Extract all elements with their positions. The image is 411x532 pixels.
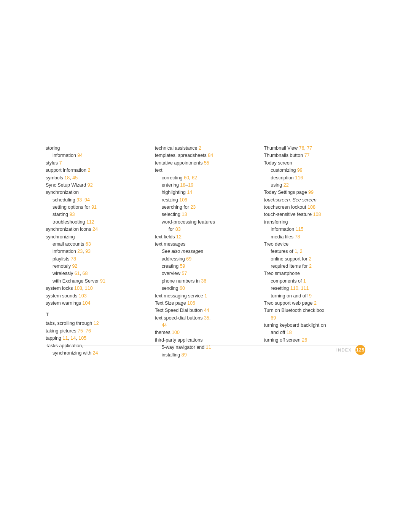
entry-system-sounds: system sounds 103	[46, 292, 147, 300]
entry-description: description 116	[264, 174, 365, 182]
entry-phone-numbers-in: phone numbers in 36	[155, 278, 256, 285]
entry-using: using 22	[264, 182, 365, 189]
entry-setting-options: setting options for 91	[46, 204, 147, 211]
entry-for-83: for 83	[155, 226, 256, 233]
footer-divider	[46, 345, 365, 345]
entry-turn-on-bluetooth-check-box: Turn on Bluetooth check box	[264, 307, 365, 314]
index-column-3: Thumbnail View 76, 77 Thumbnails button …	[264, 145, 365, 359]
entry-creating: creating 59	[155, 263, 256, 270]
entry-email-accounts: email accounts 63	[46, 241, 147, 248]
entry-playlists: playlists 78	[46, 256, 147, 263]
entry-correcting: correcting 60, 62	[155, 174, 256, 182]
footer: INDEX 129	[336, 345, 365, 355]
entry-69: 69	[264, 315, 365, 322]
entry-today-screen: Today screen	[264, 160, 365, 167]
entry-tabs-scrolling: tabs, scrolling through 12	[46, 320, 147, 327]
entry-resetting: resetting 110, 111	[264, 285, 365, 292]
content-area: storing information 94 stylus 7 support …	[46, 145, 365, 359]
entry-storing: storing	[46, 145, 147, 152]
entry-wirelessly: wirelessly 61, 68	[46, 270, 147, 277]
entry-word-processing-features: word-processing features	[155, 219, 256, 226]
entry-stylus: stylus 7	[46, 160, 147, 167]
entry-synchronization: synchronization	[46, 189, 147, 196]
entry-text-messaging-service: text messaging service 1	[155, 292, 256, 300]
entry-entering: entering 18–19	[155, 182, 256, 189]
entry-text-speed-dial-button: Text Speed Dial button 44	[155, 307, 256, 314]
entry-required-items-for: required items for 2	[264, 263, 365, 270]
entry-overview: overview 57	[155, 270, 256, 277]
entry-media-files: media files 78	[264, 233, 365, 241]
entry-touch-sensitive-feature: touch-sensitive feature 108	[264, 211, 365, 218]
entry-highlighting: highlighting 14	[155, 189, 256, 196]
entry-turning-keyboard-backlight: turning keyboard backlight on	[264, 322, 365, 329]
entry-text: text	[155, 167, 256, 174]
entry-system-warnings: system warnings 104	[46, 300, 147, 307]
entry-synchronizing: synchronizing	[46, 233, 147, 241]
index-column-1: storing information 94 stylus 7 support …	[46, 145, 155, 359]
entry-with-exchange-server: with Exchange Server 91	[46, 278, 147, 285]
entry-synchronization-icons: synchronization icons 24	[46, 226, 147, 233]
entry-treo-support-web-page: Treo support web page 2	[264, 300, 365, 307]
page: storing information 94 stylus 7 support …	[0, 0, 411, 532]
entry-sync-setup-wizard: Sync Setup Wizard 92	[46, 182, 147, 189]
entry-technical-assistance: technical assistance 2	[155, 145, 256, 152]
entry-information-94: information 94	[46, 152, 147, 159]
entry-troubleshooting: troubleshooting 112	[46, 219, 147, 226]
entry-symbols: symbols 18, 45	[46, 174, 147, 182]
entry-touchscreen-see-screen: touchscreen. See screen	[264, 197, 365, 204]
entry-and-off-18: and off 18	[264, 329, 365, 336]
entry-today-settings-page: Today Settings page 99	[264, 189, 365, 196]
entry-third-party-applications: third-party applications	[155, 337, 256, 344]
entry-text-fields: text fields 12	[155, 233, 256, 241]
entry-starting: starting 93	[46, 211, 147, 218]
entry-components-of: components of 1	[264, 278, 365, 285]
entry-see-also-messages: See also messages	[155, 248, 256, 255]
entry-features-of: features of 1, 2	[264, 248, 365, 255]
entry-tasks-application: Tasks application,	[46, 342, 147, 350]
entry-taking-pictures: taking pictures 75–76	[46, 328, 147, 335]
entry-turning-off-screen: turning off screen 26	[264, 337, 365, 344]
footer-index-label: INDEX	[336, 348, 352, 352]
entry-searching-for: searching for 23	[155, 204, 256, 211]
entry-templates-spreadsheets: templates, spreadsheets 84	[155, 152, 256, 159]
entry-information-23-93: information 23, 93	[46, 248, 147, 255]
entry-tentative-appointments: tentative appointments 55	[155, 160, 256, 167]
entry-thumbnail-view: Thumbnail View 76, 77	[264, 145, 365, 152]
entry-turning-on-and-off: turning on and off 9	[264, 292, 365, 300]
entry-text-speed-dial-buttons: text speed-dial buttons 35,	[155, 315, 256, 322]
entry-themes: themes 100	[155, 329, 256, 336]
entry-text-messages: text messages	[155, 241, 256, 248]
footer-page-number: 129	[355, 345, 365, 355]
entry-text-size-page: Text Size page 106	[155, 300, 256, 307]
entry-thumbnails-button: Thumbnails button 77	[264, 152, 365, 159]
entry-support-information: support information 2	[46, 167, 147, 174]
entry-sending: sending 60	[155, 285, 256, 292]
entry-resizing: resizing 106	[155, 197, 256, 204]
entry-treo-smartphone: Treo smartphone	[264, 270, 365, 277]
entry-selecting: selecting 13	[155, 211, 256, 218]
entry-transferring: transferring	[264, 219, 365, 226]
index-column-2: technical assistance 2 templates, spread…	[155, 145, 264, 359]
entry-online-support-for: online support for 2	[264, 256, 365, 263]
entry-addressing: addressing 69	[155, 256, 256, 263]
entry-system-locks: system locks 108, 110	[46, 285, 147, 292]
entry-information-115: information 115	[264, 226, 365, 233]
entry-44: 44	[155, 322, 256, 329]
entry-scheduling: scheduling 93–94	[46, 197, 147, 204]
entry-treo-device: Treo device	[264, 241, 365, 248]
entry-customizing: customizing 99	[264, 167, 365, 174]
entry-installing: installing 89	[155, 351, 256, 359]
entry-synchronizing-with: synchronizing with 24	[46, 350, 147, 357]
section-t: T	[46, 311, 147, 318]
entry-touchscreen-lockout: touchscreen lockout 108	[264, 204, 365, 211]
entry-tapping: tapping 11, 14, 105	[46, 335, 147, 342]
entry-remotely: remotely 92	[46, 263, 147, 270]
